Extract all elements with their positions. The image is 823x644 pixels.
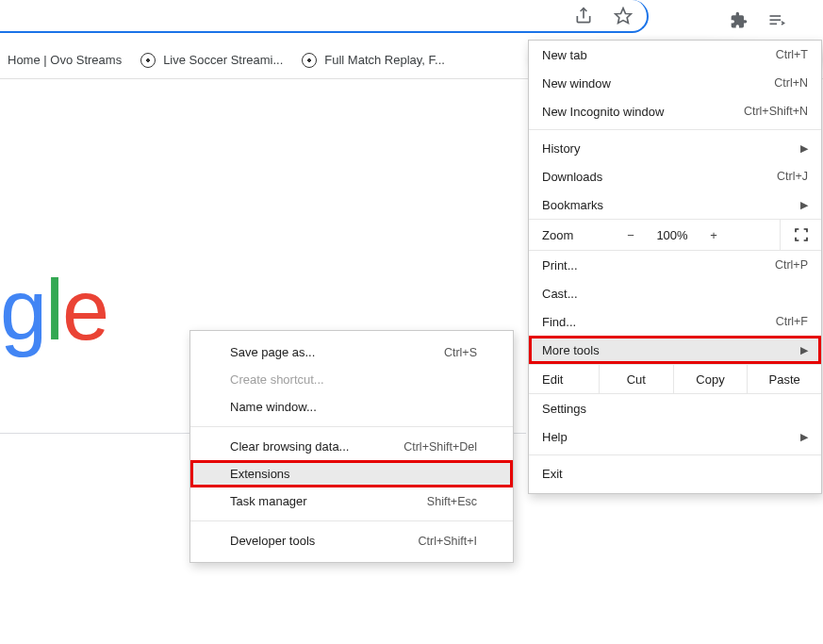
submenu-label: Name window... bbox=[230, 400, 317, 414]
reading-list-icon[interactable] bbox=[761, 5, 793, 37]
menu-new-tab[interactable]: New tab Ctrl+T bbox=[529, 41, 821, 69]
chrome-menu: New tab Ctrl+T New window Ctrl+N New Inc… bbox=[528, 40, 822, 494]
menu-shortcut: Ctrl+Shift+N bbox=[744, 105, 808, 118]
chevron-right-icon: ▶ bbox=[800, 344, 808, 356]
submenu-name-window[interactable]: Name window... bbox=[190, 393, 513, 421]
bookmark-label: Home | Ovo Streams bbox=[8, 53, 122, 67]
menu-new-window[interactable]: New window Ctrl+N bbox=[529, 69, 821, 97]
menu-label: Zoom bbox=[529, 228, 614, 242]
submenu-shortcut: Ctrl+S bbox=[444, 346, 477, 359]
soccer-icon bbox=[302, 53, 317, 68]
submenu-separator bbox=[190, 520, 513, 521]
logo-letter: e bbox=[62, 263, 107, 357]
submenu-label: Save page as... bbox=[230, 345, 315, 359]
submenu-developer-tools[interactable]: Developer tools Ctrl+Shift+I bbox=[190, 527, 513, 554]
submenu-label: Extensions bbox=[230, 467, 290, 481]
menu-label: Find... bbox=[542, 315, 576, 329]
star-icon[interactable] bbox=[607, 0, 639, 32]
submenu-shortcut: Shift+Esc bbox=[427, 495, 477, 508]
menu-history[interactable]: History ▶ bbox=[529, 134, 821, 162]
menu-label: New window bbox=[542, 76, 611, 91]
submenu-shortcut: Ctrl+Shift+I bbox=[418, 535, 477, 548]
soccer-icon bbox=[140, 53, 156, 68]
menu-label: New tab bbox=[542, 48, 587, 62]
menu-label: Settings bbox=[542, 402, 586, 416]
svg-marker-0 bbox=[616, 8, 632, 23]
menu-separator bbox=[529, 454, 821, 455]
menu-cast[interactable]: Cast... bbox=[529, 279, 821, 307]
submenu-label: Clear browsing data... bbox=[230, 439, 349, 454]
extensions-icon[interactable] bbox=[723, 5, 755, 37]
submenu-create-shortcut: Create shortcut... bbox=[190, 366, 513, 393]
zoom-in-button[interactable]: + bbox=[697, 228, 731, 242]
submenu-label: Task manager bbox=[230, 494, 307, 508]
menu-label: More tools bbox=[542, 343, 600, 357]
edit-cut-button[interactable]: Cut bbox=[599, 365, 673, 393]
menu-more-tools[interactable]: More tools ▶ bbox=[529, 336, 821, 364]
menu-shortcut: Ctrl+F bbox=[776, 315, 808, 328]
submenu-extensions[interactable]: Extensions bbox=[190, 460, 513, 487]
menu-separator bbox=[529, 129, 821, 130]
fullscreen-icon[interactable] bbox=[780, 220, 821, 250]
submenu-separator bbox=[190, 426, 513, 427]
bookmark-item[interactable]: Live Soccer Streami... bbox=[140, 53, 283, 68]
bookmark-item[interactable]: Full Match Replay, F... bbox=[302, 53, 445, 68]
menu-downloads[interactable]: Downloads Ctrl+J bbox=[529, 162, 821, 190]
menu-bookmarks[interactable]: Bookmarks ▶ bbox=[529, 190, 821, 219]
more-tools-submenu: Save page as... Ctrl+S Create shortcut..… bbox=[189, 330, 514, 563]
edit-copy-button[interactable]: Copy bbox=[673, 365, 748, 393]
submenu-clear-browsing-data[interactable]: Clear browsing data... Ctrl+Shift+Del bbox=[190, 433, 513, 460]
chevron-right-icon: ▶ bbox=[800, 431, 808, 443]
menu-label: Print... bbox=[542, 258, 578, 272]
share-icon[interactable] bbox=[568, 0, 600, 32]
bookmark-item[interactable]: Home | Ovo Streams bbox=[8, 53, 122, 67]
submenu-label: Developer tools bbox=[230, 534, 315, 548]
menu-exit[interactable]: Exit bbox=[529, 459, 821, 487]
google-logo-fragment: gle bbox=[0, 262, 107, 359]
chevron-right-icon: ▶ bbox=[800, 142, 808, 155]
bookmark-label: Full Match Replay, F... bbox=[324, 53, 445, 67]
menu-label: History bbox=[542, 141, 580, 156]
menu-help[interactable]: Help ▶ bbox=[529, 422, 821, 451]
menu-settings[interactable]: Settings bbox=[529, 394, 821, 422]
submenu-shortcut: Ctrl+Shift+Del bbox=[403, 440, 477, 454]
address-bar bbox=[0, 0, 823, 41]
edit-paste-button[interactable]: Paste bbox=[747, 365, 821, 393]
submenu-task-manager[interactable]: Task manager Shift+Esc bbox=[190, 487, 513, 515]
submenu-label: Create shortcut... bbox=[230, 372, 324, 387]
menu-shortcut: Ctrl+P bbox=[775, 258, 808, 272]
logo-letter: l bbox=[45, 263, 62, 357]
menu-label: Edit bbox=[529, 372, 599, 387]
menu-label: Downloads bbox=[542, 170, 602, 184]
bookmark-label: Live Soccer Streami... bbox=[163, 53, 283, 67]
menu-shortcut: Ctrl+T bbox=[776, 48, 808, 61]
menu-shortcut: Ctrl+J bbox=[777, 170, 808, 183]
menu-shortcut: Ctrl+N bbox=[774, 76, 808, 90]
submenu-save-page[interactable]: Save page as... Ctrl+S bbox=[190, 339, 513, 366]
zoom-value: 100% bbox=[648, 228, 697, 242]
menu-label: New Incognito window bbox=[542, 105, 664, 119]
omnibox[interactable] bbox=[0, 0, 649, 33]
zoom-out-button[interactable]: − bbox=[614, 228, 648, 242]
menu-label: Bookmarks bbox=[542, 198, 603, 212]
logo-letter: g bbox=[0, 263, 45, 357]
chevron-right-icon: ▶ bbox=[800, 199, 808, 211]
menu-zoom-row: Zoom − 100% + bbox=[529, 219, 821, 251]
menu-label: Exit bbox=[542, 467, 563, 481]
menu-find[interactable]: Find... Ctrl+F bbox=[529, 307, 821, 336]
menu-print[interactable]: Print... Ctrl+P bbox=[529, 251, 821, 279]
menu-edit-row: Edit Cut Copy Paste bbox=[529, 364, 821, 394]
menu-label: Help bbox=[542, 430, 568, 444]
menu-new-incognito[interactable]: New Incognito window Ctrl+Shift+N bbox=[529, 97, 821, 125]
menu-label: Cast... bbox=[542, 287, 578, 301]
